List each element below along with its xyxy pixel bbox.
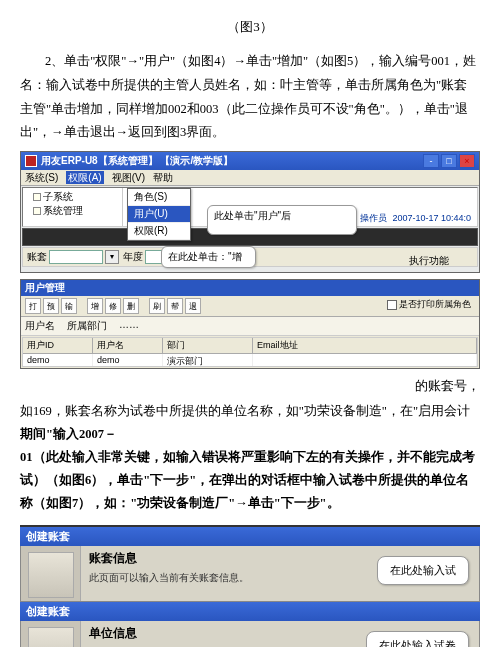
text-line-1: 如169，账套名称为试卷中所提供的单位名称，如"功荣设备制造"，在"启用会计 xyxy=(20,400,480,423)
tb-edit-icon[interactable]: 修 xyxy=(105,298,121,314)
account-input[interactable] xyxy=(49,250,103,264)
tb-add-icon[interactable]: 增 xyxy=(87,298,103,314)
wizard-title-1: 创建账套 xyxy=(20,527,480,546)
tb-help-icon[interactable]: 帮 xyxy=(167,298,183,314)
menu-system[interactable]: 系统(S) xyxy=(25,171,58,184)
account-dropdown-icon[interactable]: ▾ xyxy=(105,250,119,264)
callout-input-here-1: 在此处输入试 xyxy=(377,556,469,585)
col-userid: 用户ID xyxy=(23,338,93,353)
tb-delete-icon[interactable]: 删 xyxy=(123,298,139,314)
tb-preview-icon[interactable]: 预 xyxy=(43,298,59,314)
filter-dept: 所属部门 xyxy=(67,319,107,333)
close-button[interactable]: × xyxy=(459,154,475,168)
print-role-label: 是否打印所属角色 xyxy=(399,298,471,311)
col-username: 用户名 xyxy=(93,338,163,353)
tb-refresh-icon[interactable]: 刷 xyxy=(149,298,165,314)
wizard-title-2: 创建账套 xyxy=(20,602,480,621)
tree-panel: 子系统 系统管理 xyxy=(23,188,123,226)
user-mgmt-panel: 用户管理 打 预 输 增 修 删 刷 帮 退 是否打印所属角色 用户名 所属部门… xyxy=(20,279,480,369)
menu-view[interactable]: 视图(V) xyxy=(112,171,145,184)
panel-title: 用户管理 xyxy=(21,280,479,296)
print-role-checkbox[interactable] xyxy=(387,300,397,310)
window-titlebar: 用友ERP-U8【系统管理】 【演示/教学版】 - □ × xyxy=(21,152,479,170)
panel-toolbar: 打 预 输 增 修 删 刷 帮 退 是否打印所属角色 xyxy=(21,296,479,317)
callout-click-add: 在此处单击："增 xyxy=(161,246,256,268)
window-title: 用友ERP-U8【系统管理】 【演示/教学版】 xyxy=(41,154,423,168)
field-label-year: 年度 xyxy=(123,250,143,264)
filter-username: 用户名 xyxy=(25,319,55,333)
side-note: 的账套号， xyxy=(20,375,480,398)
callout-input-here-2: 在此处输入试卷 xyxy=(366,631,469,647)
menu-item-role[interactable]: 角色(S) xyxy=(128,189,190,206)
tb-exit-icon[interactable]: 退 xyxy=(185,298,201,314)
wizard-image-icon xyxy=(28,552,74,598)
tb-print-icon[interactable]: 打 xyxy=(25,298,41,314)
field-label-account: 账套 xyxy=(27,250,47,264)
timestamp: 2007-10-17 10:44:0 xyxy=(392,213,471,223)
filter-bar: 用户名 所属部门 …… xyxy=(21,317,479,336)
col-email: Email地址 xyxy=(253,338,477,353)
text-line-3: 01（此处输入非常关键，如输入错误将严重影响下左的有关操作，并不能完成考试）（如… xyxy=(20,446,480,515)
minimize-button[interactable]: - xyxy=(423,154,439,168)
tb-output-icon[interactable]: 输 xyxy=(61,298,77,314)
menu-item-perm[interactable]: 权限(R) xyxy=(128,223,190,240)
figure-label: （图3） xyxy=(20,18,480,36)
instruction-paragraph: 2、单击"权限"→"用户"（如图4）→单击"增加"（如图5），输入编号001，姓… xyxy=(20,50,480,145)
operator-label: 操作员 xyxy=(360,213,387,223)
wizard-section-1: 创建账套 账套信息 此页面可以输入当前有关账套信息。 在此处输入试 xyxy=(20,527,480,602)
menubar: 系统(S) 权限(A) 视图(V) 帮助 xyxy=(21,170,479,186)
menu-help[interactable]: 帮助 xyxy=(153,171,173,184)
user-grid: 用户ID 用户名 部门 Email地址 demo demo 演示部门 xyxy=(22,337,478,367)
app-icon xyxy=(25,155,37,167)
execute-label: 执行功能 xyxy=(409,254,449,268)
wizard-image-icon xyxy=(28,627,74,647)
col-dept: 部门 xyxy=(163,338,253,353)
tree-item-subsystem[interactable]: 子系统 xyxy=(25,190,120,204)
filter-more: …… xyxy=(119,319,139,333)
permission-dropdown: 角色(S) 用户(U) 权限(R) xyxy=(127,188,191,241)
menu-permission[interactable]: 权限(A) xyxy=(66,171,103,184)
tree-item-sysmgmt[interactable]: 系统管理 xyxy=(25,204,120,218)
table-row[interactable]: demo demo 演示部门 xyxy=(23,354,477,366)
text-block: 如169，账套名称为试卷中所提供的单位名称，如"功荣设备制造"，在"启用会计 期… xyxy=(20,400,480,516)
callout-click-user: 此处单击"用户"后 xyxy=(207,205,357,235)
text-line-2: 期间"输入2007－ xyxy=(20,423,480,446)
screenshot-2: 创建账套 账套信息 此页面可以输入当前有关账套信息。 在此处输入试 创建账套 单… xyxy=(20,525,480,647)
menu-item-user[interactable]: 用户(U) xyxy=(128,206,190,223)
screenshot-1: 用友ERP-U8【系统管理】 【演示/教学版】 - □ × 系统(S) 权限(A… xyxy=(20,151,480,273)
wizard-section-2: 创建账套 单位信息 此页面输入贵单位的单位信息。 在此处输入试卷 xyxy=(20,602,480,647)
maximize-button[interactable]: □ xyxy=(441,154,457,168)
